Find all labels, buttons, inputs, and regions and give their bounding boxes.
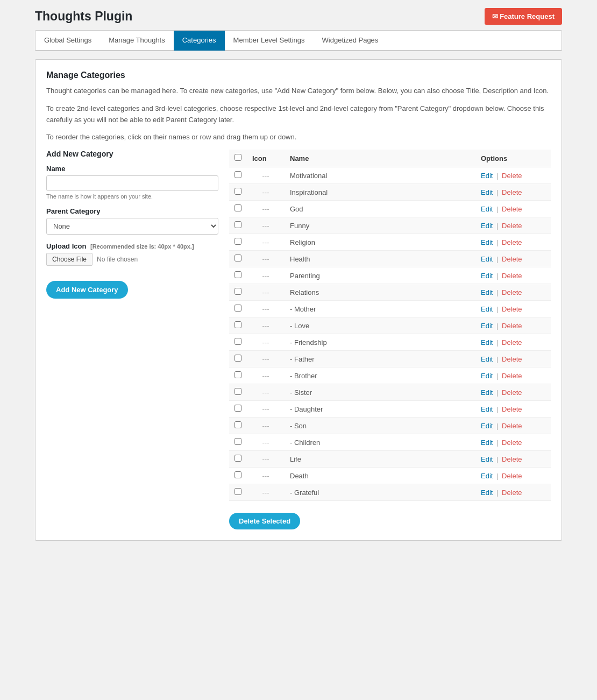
delete-link[interactable]: Delete	[502, 439, 522, 447]
row-icon: ---	[247, 167, 285, 184]
link-separator: |	[494, 405, 500, 413]
row-checkbox[interactable]	[234, 288, 241, 295]
row-checkbox[interactable]	[234, 355, 241, 362]
edit-link[interactable]: Edit	[481, 388, 493, 397]
tab-global-settings-btn[interactable]: Global Settings	[35, 31, 100, 51]
edit-link[interactable]: Edit	[481, 355, 493, 363]
edit-link[interactable]: Edit	[481, 372, 493, 380]
row-checkbox[interactable]	[234, 455, 241, 462]
table-row: ---- MotherEdit | Delete	[229, 301, 551, 317]
edit-link[interactable]: Edit	[481, 205, 493, 213]
row-checkbox[interactable]	[234, 421, 241, 428]
row-icon: ---	[247, 418, 285, 434]
row-checkbox[interactable]	[234, 221, 241, 228]
categories-table-panel: Icon Name Options ---MotivationalEdit | …	[229, 150, 551, 529]
edit-link[interactable]: Edit	[481, 222, 493, 230]
delete-link[interactable]: Delete	[502, 405, 522, 413]
delete-link[interactable]: Delete	[502, 305, 522, 313]
row-checkbox[interactable]	[234, 171, 241, 178]
tab-manage-thoughts[interactable]: Manage Thoughts	[100, 31, 174, 50]
delete-link[interactable]: Delete	[502, 455, 522, 463]
edit-link[interactable]: Edit	[481, 188, 493, 196]
delete-link[interactable]: Delete	[502, 472, 522, 480]
row-checkbox[interactable]	[234, 254, 241, 261]
row-checkbox[interactable]	[234, 488, 241, 495]
row-checkbox[interactable]	[234, 388, 241, 395]
row-icon: ---	[247, 317, 285, 334]
delete-link[interactable]: Delete	[502, 222, 522, 230]
tab-widgetized-pages[interactable]: Widgetized Pages	[314, 31, 387, 50]
row-checkbox[interactable]	[234, 405, 241, 412]
delete-selected-button[interactable]: Delete Selected	[229, 513, 300, 529]
edit-link[interactable]: Edit	[481, 305, 493, 313]
add-new-category-button[interactable]: Add New Category	[46, 281, 128, 299]
parent-category-select[interactable]: None	[46, 218, 218, 235]
edit-link[interactable]: Edit	[481, 255, 493, 263]
delete-link[interactable]: Delete	[502, 422, 522, 430]
delete-link[interactable]: Delete	[502, 238, 522, 246]
tab-member-level-settings-btn[interactable]: Member Level Settings	[225, 31, 314, 51]
delete-link[interactable]: Delete	[502, 388, 522, 397]
delete-link[interactable]: Delete	[502, 288, 522, 296]
edit-link[interactable]: Edit	[481, 405, 493, 413]
edit-link[interactable]: Edit	[481, 455, 493, 463]
name-field: Name The name is how it appears on your …	[46, 165, 218, 200]
link-separator: |	[494, 255, 500, 263]
feature-request-button[interactable]: ✉ Feature Request	[485, 8, 562, 25]
name-input[interactable]	[46, 175, 218, 191]
table-row: ---- SonEdit | Delete	[229, 418, 551, 434]
table-row: ---- LoveEdit | Delete	[229, 317, 551, 334]
delete-link[interactable]: Delete	[502, 338, 522, 347]
edit-link[interactable]: Edit	[481, 322, 493, 330]
link-separator: |	[494, 489, 500, 497]
row-checkbox[interactable]	[234, 321, 241, 328]
row-checkbox[interactable]	[234, 438, 241, 445]
tab-global-settings[interactable]: Global Settings	[35, 31, 100, 50]
link-separator: |	[494, 439, 500, 447]
edit-link[interactable]: Edit	[481, 172, 493, 180]
delete-link[interactable]: Delete	[502, 272, 522, 280]
row-checkbox[interactable]	[234, 305, 241, 312]
delete-link[interactable]: Delete	[502, 205, 522, 213]
row-checkbox[interactable]	[234, 271, 241, 278]
tab-member-level-settings[interactable]: Member Level Settings	[225, 31, 314, 50]
tab-categories[interactable]: Categories	[174, 31, 225, 50]
edit-link[interactable]: Edit	[481, 288, 493, 296]
row-name: Inspirational	[285, 184, 475, 201]
select-all-checkbox[interactable]	[234, 154, 241, 161]
choose-file-button[interactable]: Choose File	[46, 253, 93, 266]
edit-link[interactable]: Edit	[481, 439, 493, 447]
delete-link[interactable]: Delete	[502, 172, 522, 180]
delete-link[interactable]: Delete	[502, 322, 522, 330]
plugin-header: Thoughts Plugin ✉ Feature Request	[35, 8, 562, 25]
row-options: Edit | Delete	[475, 251, 551, 267]
table-row: ---FunnyEdit | Delete	[229, 217, 551, 234]
section-title: Manage Categories	[46, 70, 551, 80]
row-checkbox[interactable]	[234, 471, 241, 478]
link-separator: |	[494, 372, 500, 380]
edit-link[interactable]: Edit	[481, 338, 493, 347]
edit-link[interactable]: Edit	[481, 489, 493, 497]
row-checkbox[interactable]	[234, 338, 241, 345]
delete-link[interactable]: Delete	[502, 188, 522, 196]
tab-categories-btn[interactable]: Categories	[174, 31, 225, 51]
delete-link[interactable]: Delete	[502, 489, 522, 497]
edit-link[interactable]: Edit	[481, 472, 493, 480]
edit-link[interactable]: Edit	[481, 238, 493, 246]
edit-link[interactable]: Edit	[481, 422, 493, 430]
delete-link[interactable]: Delete	[502, 355, 522, 363]
tab-manage-thoughts-btn[interactable]: Manage Thoughts	[100, 31, 174, 51]
row-checkbox[interactable]	[234, 204, 241, 211]
upload-icon-field: Upload Icon [Recommended size is: 40px *…	[46, 242, 218, 266]
plugin-title: Thoughts Plugin	[35, 9, 132, 24]
delete-link[interactable]: Delete	[502, 372, 522, 380]
row-options: Edit | Delete	[475, 468, 551, 484]
row-icon: ---	[247, 234, 285, 251]
edit-link[interactable]: Edit	[481, 272, 493, 280]
row-checkbox[interactable]	[234, 188, 241, 195]
row-checkbox[interactable]	[234, 371, 241, 378]
row-checkbox[interactable]	[234, 238, 241, 245]
row-name: - Grateful	[285, 484, 475, 501]
delete-link[interactable]: Delete	[502, 255, 522, 263]
tab-widgetized-pages-btn[interactable]: Widgetized Pages	[314, 31, 387, 51]
